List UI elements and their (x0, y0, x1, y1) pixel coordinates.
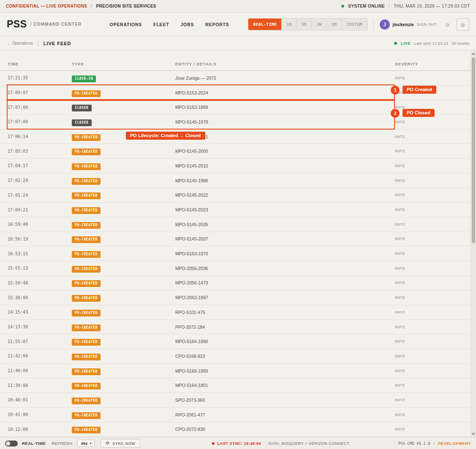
nav-reports[interactable]: REPORTS (205, 22, 229, 27)
table-row[interactable]: 11:42:06 PO-CREATED CPO-5168-923 INFO (0, 349, 471, 364)
avatar[interactable]: J (380, 19, 390, 30)
back-to-operations-link[interactable]: ← Operations (7, 41, 33, 46)
table-row[interactable]: 16:59:40 PO-CREATED MPO-5145-2035 INFO (0, 217, 471, 232)
row-type: PO-CREATED (72, 352, 175, 360)
table-row[interactable]: 15:50:48 PO-CREATED MPO-2056-1473 INFO (0, 276, 471, 291)
row-time: 10:48:01 (8, 398, 72, 402)
table-row[interactable]: 17:06:14 PO-CREATED MPO-5145-1981 INFO (0, 130, 471, 144)
row-severity: INFO (395, 237, 462, 241)
scrollbar-thumb[interactable] (472, 57, 475, 243)
table-row[interactable]: 14:15:43 PO-CREATED RPO-5101-475 INFO (0, 305, 471, 320)
scrollbar-down-arrow-icon[interactable] (472, 433, 475, 435)
nav-jobs[interactable]: JOBS (180, 22, 194, 27)
row-type: PO-CREATED (72, 147, 175, 155)
theme-toggle-button[interactable]: ☼ (457, 18, 469, 31)
table-row[interactable]: 10:48:01 PO-CREATED SPO-2073-360 INFO (0, 393, 471, 408)
nav-fleet[interactable]: FLEET (153, 22, 169, 27)
row-severity: INFO (395, 164, 462, 168)
event-type-badge: PO-CREATED (72, 427, 101, 433)
row-entity: MPO-5168-1959 (175, 368, 395, 373)
scrollbar-up-arrow-icon[interactable] (472, 53, 475, 55)
table-row[interactable]: 16:56:19 PO-CREATED MPO-5145-2037 INFO (0, 232, 471, 247)
row-time: 16:59:40 (8, 222, 72, 227)
row-severity: INFO (395, 398, 462, 402)
event-count: 50 events (452, 41, 469, 46)
table-row[interactable]: 10:41:00 PO-CREATED RPO-2061-477 INFO (0, 408, 471, 422)
table-row[interactable]: 14:13:38 PO-CREATED PPO-2072-184 INFO (0, 320, 471, 335)
table-row[interactable]: 17:09:07 PO-CREATED MPO-5153-2024 INFO (0, 86, 471, 100)
row-type: CLOCK-IN (72, 74, 175, 82)
time-range-5d[interactable]: 5D (297, 19, 312, 30)
row-severity: INFO (395, 383, 462, 387)
refresh-interval-value: 30s (81, 441, 87, 446)
table-row[interactable]: 17:07:00 CLOSED MPO-5153-1869 INFO (0, 100, 471, 115)
last-sync-text: Last sync 17:24:13 (414, 41, 448, 46)
table-row[interactable]: 16:53:15 PO-CREATED MPO-5153-1970 INFO (0, 246, 471, 261)
time-range-1m[interactable]: 1M (327, 19, 342, 30)
time-range-2w[interactable]: 2W (312, 19, 326, 30)
footer-right: PSS-CMD V0.1.0 / DEVELOPMENT (398, 441, 471, 446)
row-time: 11:40:00 (8, 368, 72, 373)
time-range-realtime[interactable]: REAL-TIME (248, 19, 282, 30)
subheader: ← Operations LIVE FEED LIVE Last sync 17… (0, 36, 476, 51)
row-type: PO-CREATED (72, 249, 175, 258)
refresh-icon: ⟳ (106, 441, 110, 446)
event-type-badge: PO-CREATED (72, 178, 101, 185)
row-type: PO-CREATED (72, 176, 175, 185)
sign-out-link[interactable]: SIGN OUT (417, 22, 437, 27)
row-entity: SPO-2073-360 (175, 398, 395, 403)
footer-center: LAST SYNC: 16:48:04 DATA: BIGQUERY + VER… (212, 441, 349, 446)
row-entity: MPO-5145-1986 (175, 178, 395, 183)
row-time: 17:01:24 (8, 193, 72, 197)
time-range-1d[interactable]: 1D (282, 19, 296, 30)
app-subtitle: / COMMAND CENTER (30, 22, 82, 27)
time-range-custom[interactable]: CUSTOM (342, 19, 367, 30)
banner-right: SYSTEM ONLINE / THU, MAR 19, 2026 — 17:2… (341, 4, 470, 8)
table-row[interactable]: 17:07:00 CLOSED MPO-5145-1978 INFO (0, 115, 471, 130)
row-time: 17:07:00 (8, 119, 72, 124)
row-time: 10:12:00 (8, 427, 72, 432)
row-entity: CPO-5168-923 (175, 354, 395, 359)
app-version: PSS-CMD V0.1.0 (398, 441, 430, 446)
live-dot-icon (394, 42, 397, 45)
row-severity: INFO (395, 310, 462, 314)
row-time: 17:02:29 (8, 178, 72, 183)
realtime-label: REAL-TIME (22, 441, 46, 446)
table-row[interactable]: 10:12:00 PO-CREATED CPO-2072-930 INFO (0, 422, 471, 437)
table-row[interactable]: 15:55:13 PO-CREATED MPO-2056-2036 INFO (0, 261, 471, 276)
table-row[interactable]: 17:05:03 PO-CREATED MPO-5145-2000 INFO (0, 144, 471, 159)
table-row[interactable]: 17:21:35 CLOCK-IN Jose Zuniga — 2072 INF… (0, 71, 471, 86)
table-row[interactable]: 17:01:24 PO-CREATED MPO-5145-2022 INFO (0, 188, 471, 203)
row-type: PO-CREATED (72, 425, 175, 433)
main-nav: OPERATIONS FLEET JOBS REPORTS (110, 22, 229, 27)
toggle-knob (6, 441, 10, 446)
confidential-label: CONFIDENTIAL — LIVE OPERATIONS (6, 4, 87, 8)
row-type: PO-CREATED (72, 293, 175, 302)
table-row[interactable]: 11:55:07 PO-CREATED MPO-5164-1990 INFO (0, 334, 471, 349)
column-header-severity: SEVERITY (395, 62, 462, 66)
table-row[interactable]: 11:30:00 PO-CREATED MPO-5164-1801 INFO (0, 378, 471, 393)
realtime-toggle[interactable] (5, 441, 18, 446)
sync-now-button[interactable]: ⟳ SYNC NOW (101, 439, 140, 448)
row-type: PO-CREATED (72, 191, 175, 199)
theme-sun-icon[interactable]: ☼ (444, 21, 451, 28)
row-entity: MPO-5145-2023 (175, 207, 395, 212)
row-entity: MPO-5145-2022 (175, 192, 395, 197)
row-time: 11:30:00 (8, 383, 72, 388)
event-type-badge: PO-CREATED (72, 90, 101, 97)
user-cluster: J jmckenzie SIGN OUT (380, 19, 437, 30)
table-row[interactable]: 17:04:17 PO-CREATED MPO-5145-2010 INFO (0, 159, 471, 173)
table-row[interactable]: 15:38:00 PO-CREATED MPO-2063-1997 INFO (0, 290, 471, 305)
table-row[interactable]: 11:40:00 PO-CREATED MPO-5168-1959 INFO (0, 364, 471, 379)
event-type-badge: PO-CREATED (72, 207, 101, 214)
vertical-scrollbar[interactable] (471, 51, 476, 437)
refresh-interval-select[interactable]: 30s ▾ (77, 440, 95, 447)
nav-operations[interactable]: OPERATIONS (110, 22, 142, 27)
row-severity: INFO (395, 325, 462, 329)
row-time: 15:55:13 (8, 266, 72, 270)
table-row[interactable]: 17:00:21 PO-CREATED MPO-5145-2023 INFO (0, 203, 471, 217)
row-time: 17:21:35 (8, 76, 72, 80)
event-type-badge: PO-CREATED (72, 163, 101, 170)
event-type-badge: PO-CREATED (72, 192, 101, 199)
table-row[interactable]: 17:02:29 PO-CREATED MPO-5145-1986 INFO (0, 173, 471, 188)
